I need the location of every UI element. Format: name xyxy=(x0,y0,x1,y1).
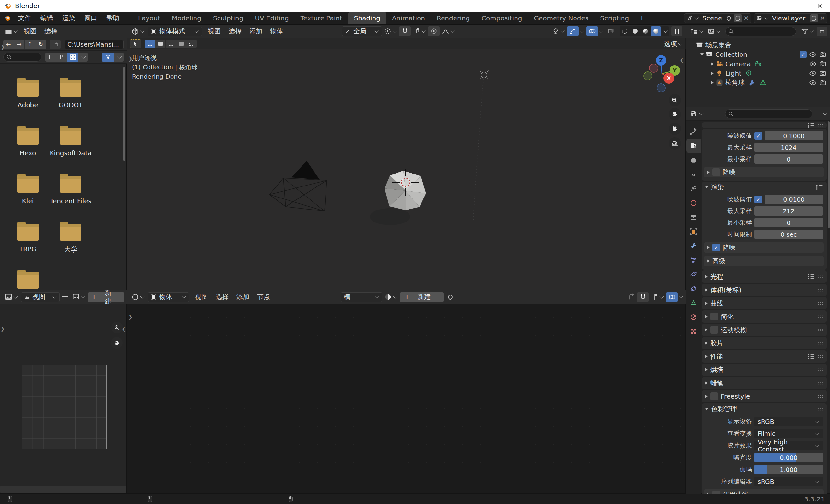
properties-tab-world[interactable] xyxy=(687,196,701,210)
expand-toolbar-icon[interactable]: ❯ xyxy=(128,56,133,62)
slider-伽玛[interactable]: 1.000 xyxy=(755,465,823,474)
display-horizontal-list-icon[interactable] xyxy=(56,53,67,62)
expand-region-icon[interactable]: ❯ xyxy=(128,314,133,320)
object-visibility-dropdown[interactable] xyxy=(550,26,567,36)
outliner-row-Camera[interactable]: Camera xyxy=(686,59,830,68)
image-zoom-button[interactable] xyxy=(111,322,123,334)
folder-item-partial[interactable] xyxy=(6,269,49,290)
subpanel-使用曲线[interactable]: 使用曲线 xyxy=(704,490,824,494)
display-thumbnails-icon[interactable] xyxy=(67,53,78,62)
properties-tab-scene[interactable] xyxy=(687,182,701,196)
toggle-perspective-button[interactable] xyxy=(669,137,681,150)
properties-tab-physics[interactable] xyxy=(687,267,701,282)
xray-toggle-icon[interactable] xyxy=(605,26,617,36)
editor-type-file-browser-icon[interactable] xyxy=(3,27,20,36)
select-set-icon[interactable] xyxy=(145,39,155,48)
list-options-icon[interactable] xyxy=(807,352,815,360)
value-field-最小采样[interactable]: 0 xyxy=(755,218,823,227)
shading-chevron-icon[interactable] xyxy=(661,26,669,36)
select-extend-icon[interactable] xyxy=(155,39,166,48)
folder-item-Klei[interactable]: Klei xyxy=(6,172,49,205)
select-invert-icon[interactable] xyxy=(176,39,186,48)
scene-selector[interactable]: Scene ✕ xyxy=(684,13,751,23)
pause-render-button[interactable] xyxy=(671,26,682,36)
panel-光程[interactable]: 光程 xyxy=(702,271,827,283)
checkbox-unchecked[interactable] xyxy=(710,313,718,320)
snap-toggle-icon[interactable] xyxy=(399,26,411,36)
shader-menu-视图[interactable]: 视图 xyxy=(191,292,212,301)
panel-header-烘培[interactable]: 烘培 xyxy=(702,364,827,376)
properties-scrollbar[interactable] xyxy=(828,121,830,228)
folder-item-大学[interactable]: 大学 xyxy=(49,221,92,254)
properties-tab-constraints[interactable] xyxy=(687,282,701,296)
shading-material-icon[interactable] xyxy=(640,26,651,36)
editor-type-image-icon[interactable] xyxy=(3,292,20,302)
falloff-dropdown[interactable] xyxy=(440,26,457,36)
render-visibility-icon[interactable] xyxy=(819,60,827,68)
file-browser-scrollbar[interactable] xyxy=(123,67,125,161)
drag-grip-icon[interactable] xyxy=(818,275,824,279)
value-field-噪波阈值[interactable]: 0.1000 xyxy=(765,131,823,140)
pin-icon[interactable] xyxy=(446,292,454,302)
unlink-scene-button[interactable]: ✕ xyxy=(743,14,749,22)
properties-tab-particles[interactable] xyxy=(687,253,701,267)
visibility-eye-icon[interactable] xyxy=(809,79,817,87)
tool-options-dropdown[interactable]: 选项 xyxy=(664,39,682,48)
select-显示设备[interactable]: sRGB xyxy=(755,417,823,426)
forward-button[interactable]: → xyxy=(14,40,25,49)
shader-overlays-chevron-icon[interactable] xyxy=(679,294,683,299)
display-vertical-list-icon[interactable] xyxy=(45,53,56,62)
camera-view-button[interactable] xyxy=(669,123,681,135)
checkbox-unchecked[interactable] xyxy=(710,326,718,334)
new-image-button[interactable]: +新建 xyxy=(88,292,124,302)
back-button[interactable]: ← xyxy=(3,40,14,49)
list-options-icon[interactable] xyxy=(816,183,824,191)
orientation-dropdown[interactable]: 全局 xyxy=(342,26,382,36)
drag-grip-icon[interactable] xyxy=(818,124,824,127)
path-field[interactable]: C:\Users\Mansi... xyxy=(65,40,124,49)
render-visibility-icon[interactable] xyxy=(819,79,827,87)
visibility-eye-icon[interactable] xyxy=(809,60,817,68)
tab-animation[interactable]: Animation xyxy=(386,12,431,24)
panel-蜡笔[interactable]: 蜡笔 xyxy=(702,377,827,389)
select-胶片效果[interactable]: Very High Contrast xyxy=(755,441,823,450)
slider-曝光度[interactable]: 0.000 xyxy=(755,453,823,462)
overlays-toggle-icon[interactable] xyxy=(586,26,598,36)
value-field-最大采样[interactable]: 212 xyxy=(755,206,823,216)
select-查看变换[interactable]: Filmic xyxy=(755,429,823,438)
filter-toggle-button[interactable] xyxy=(102,53,114,62)
panel-header-渲染[interactable]: 渲染 xyxy=(702,182,827,193)
pin-icon[interactable] xyxy=(725,14,732,22)
maximize-button[interactable] xyxy=(787,0,808,12)
panel-header-曲线[interactable]: 曲线 xyxy=(702,297,827,309)
display-settings-chevron-icon[interactable] xyxy=(78,53,88,62)
refresh-button[interactable]: ↻ xyxy=(35,40,46,49)
folder-item-TRPG[interactable]: TRPG xyxy=(6,221,49,253)
viewport-menu-物体[interactable]: 物体 xyxy=(266,27,287,36)
tab-shading[interactable]: Shading xyxy=(348,12,386,24)
checkbox-checked[interactable]: ✓ xyxy=(712,244,720,251)
image-editor-scroll-strip[interactable] xyxy=(0,486,126,493)
viewport-menu-视图[interactable]: 视图 xyxy=(204,27,225,36)
checkbox-checked[interactable]: ✓ xyxy=(800,51,807,58)
blender-menu-icon[interactable] xyxy=(4,14,11,22)
scene-name[interactable]: Scene xyxy=(702,14,722,22)
outliner-item-label[interactable]: Camera xyxy=(725,60,751,68)
close-button[interactable] xyxy=(808,0,830,12)
file-search-input[interactable] xyxy=(3,53,41,62)
shading-solid-icon[interactable] xyxy=(630,26,640,36)
collapsed-menus-icon[interactable] xyxy=(60,292,70,302)
drag-grip-icon[interactable] xyxy=(818,381,824,385)
folder-item-Hexo[interactable]: Hexo xyxy=(6,125,49,157)
panel-Freestyle[interactable]: Freestyle xyxy=(702,390,827,403)
collapse-region-icon[interactable]: ❮ xyxy=(122,326,126,332)
outliner-filter-dropdown[interactable] xyxy=(799,27,816,36)
shader-overlays-toggle-icon[interactable] xyxy=(666,292,678,302)
drag-grip-icon[interactable] xyxy=(818,342,824,345)
panel-性能[interactable]: 性能 xyxy=(702,350,827,363)
new-material-button[interactable]: +新建 xyxy=(400,292,444,302)
editor-type-viewport-icon[interactable] xyxy=(129,27,147,36)
render-visibility-icon[interactable] xyxy=(819,69,827,77)
shader-menu-选择[interactable]: 选择 xyxy=(212,292,232,301)
checkbox-unchecked[interactable] xyxy=(712,491,720,494)
